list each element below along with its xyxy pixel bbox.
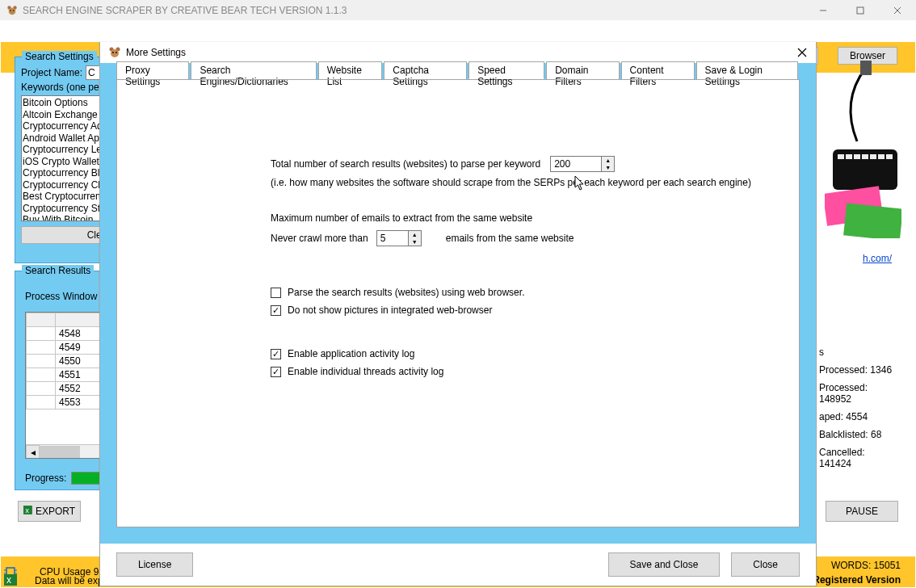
export-button[interactable]: x EXPORT [18, 501, 81, 522]
svg-point-35 [116, 52, 117, 53]
main-titlebar: SEARCH ENGINE SCRAPER BY CREATIVE BEAR T… [0, 0, 916, 20]
tab-proxy-settings[interactable]: Proxy Settings [116, 61, 189, 79]
never-crawl-suffix: emails from the same website [446, 233, 574, 244]
max-emails-label: Maximum number of emails to extract from… [271, 212, 767, 224]
total-results-spinbox[interactable]: ▲▼ [550, 156, 615, 172]
speed-settings-tab-content: Total number of search results (websites… [116, 79, 800, 527]
close-button[interactable]: Close [731, 552, 800, 577]
decorative-graphic: werful! [825, 61, 901, 238]
project-name-label: Project Name: [21, 67, 86, 78]
stats-fragment: s Processed: 1346 Processed: 148952 aped… [819, 340, 900, 476]
cursor-icon [574, 175, 586, 191]
words-count: WORDS: 15051 [831, 560, 901, 571]
tab-captcha-settings[interactable]: Captcha Settings [384, 61, 467, 79]
spin-up-icon[interactable]: ▲ [409, 231, 421, 238]
no-pictures-checkbox[interactable] [271, 305, 281, 316]
parse-browser-checkbox[interactable] [271, 288, 281, 298]
save-and-close-button[interactable]: Save and Close [608, 552, 721, 577]
more-settings-dialog: More Settings Proxy SettingsSearch Engin… [99, 42, 817, 586]
svg-rect-18 [878, 154, 884, 159]
scroll-left-icon[interactable]: ◂ [26, 445, 40, 459]
svg-rect-19 [886, 154, 893, 159]
license-button[interactable]: License [116, 552, 193, 577]
svg-rect-16 [862, 154, 868, 159]
total-results-explain: (i.e. how many websites the software sho… [271, 177, 767, 188]
search-settings-title: Search Settings [22, 51, 97, 62]
thread-log-label: Enable individual threads activity log [288, 366, 443, 377]
svg-rect-21 [843, 203, 901, 238]
svg-rect-7 [857, 7, 863, 14]
thread-log-checkbox[interactable] [271, 367, 281, 377]
svg-rect-15 [854, 154, 860, 159]
svg-point-33 [111, 49, 119, 57]
main-title-text: SEARCH ENGINE SCRAPER BY CREATIVE BEAR T… [23, 5, 347, 16]
svg-rect-23 [860, 61, 872, 75]
svg-text:x: x [6, 574, 11, 586]
never-crawl-input[interactable] [377, 231, 408, 246]
svg-point-4 [13, 10, 15, 11]
total-results-input[interactable] [551, 157, 601, 171]
process-window-label: Process Window [25, 291, 97, 302]
tab-save-login-settings[interactable]: Save & Login Settings [696, 61, 798, 79]
svg-point-34 [112, 52, 114, 53]
keywords-label: Keywords (one pe [21, 82, 86, 93]
export-note-icon: x [4, 574, 17, 588]
app-icon [6, 5, 18, 16]
svg-point-3 [10, 10, 11, 11]
svg-point-5 [11, 11, 13, 13]
svg-rect-17 [870, 154, 876, 159]
app-log-label: Enable application activity log [288, 348, 414, 359]
modal-icon [108, 46, 121, 59]
progress-label: Progress: [25, 472, 66, 484]
tab-content-filters[interactable]: Content Filters [621, 61, 695, 79]
modal-footer: License Save and Close Close [100, 544, 816, 586]
pause-button[interactable]: PAUSE [826, 501, 898, 522]
never-crawl-spinbox[interactable]: ▲▼ [376, 230, 422, 246]
minimize-button[interactable] [805, 0, 842, 20]
spin-down-icon[interactable]: ▼ [602, 164, 614, 171]
scroll-thumb[interactable] [40, 446, 80, 458]
registered-version-text: Registered Version [813, 574, 901, 586]
parse-browser-label: Parse the search results (websites) usin… [288, 287, 524, 298]
modal-title-text: More Settings [126, 47, 186, 58]
export-icon: x [23, 506, 32, 517]
search-results-title: Search Results [22, 265, 94, 276]
tab-website-list[interactable]: Website List [318, 61, 383, 79]
svg-rect-13 [838, 154, 844, 159]
modal-close-button[interactable] [795, 45, 809, 60]
app-log-checkbox[interactable] [271, 349, 281, 359]
website-link-fragment[interactable]: h.com/ [863, 253, 892, 264]
modal-titlebar: More Settings [100, 42, 816, 63]
never-crawl-prefix: Never crawl more than [271, 233, 368, 244]
svg-point-2 [9, 7, 16, 15]
tab-speed-settings[interactable]: Speed Settings [469, 61, 544, 79]
tab-search-engines-dictionaries[interactable]: Search Engines/Dictionaries [191, 61, 316, 79]
tab-domain-filters[interactable]: Domain Filters [546, 61, 619, 79]
total-results-label: Total number of search results (websites… [271, 158, 540, 170]
no-pictures-label: Do not show pictures in integrated web-b… [288, 304, 492, 316]
svg-text:x: x [25, 506, 29, 514]
close-window-button[interactable] [879, 0, 916, 20]
spin-down-icon[interactable]: ▼ [409, 238, 421, 246]
maximize-button[interactable] [842, 0, 879, 20]
svg-rect-14 [846, 154, 852, 159]
spin-up-icon[interactable]: ▲ [602, 157, 614, 164]
